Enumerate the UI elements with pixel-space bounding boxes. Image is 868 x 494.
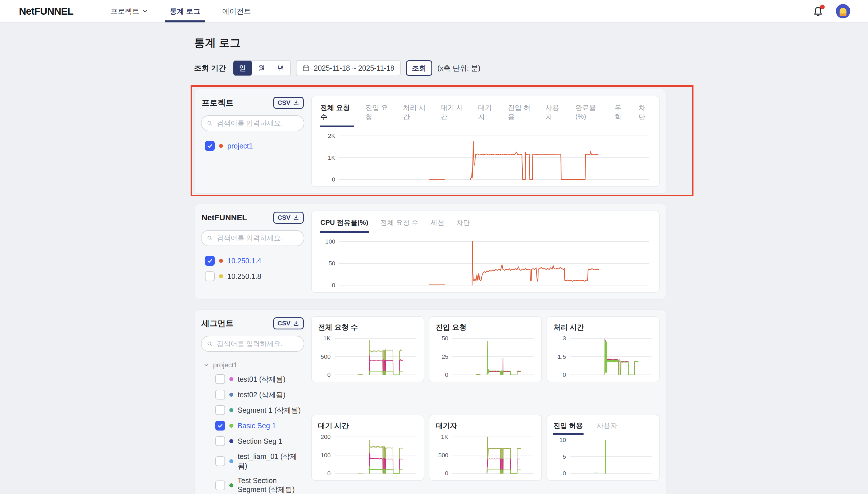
user-avatar[interactable]	[836, 4, 850, 18]
cpu-usage-chart: 050100	[320, 239, 651, 289]
item-label: Test Section Segment (삭제됨)	[238, 476, 304, 494]
netfunnel-panel-title: NetFUNNEL	[201, 213, 247, 222]
segment-list-item[interactable]: test_liam_01 (삭제됨)	[215, 449, 304, 474]
segment-list-item[interactable]: Basic Seg 1	[215, 418, 304, 433]
project-metric-tab[interactable]: 사용자	[545, 101, 564, 127]
period-option[interactable]: 일	[233, 61, 252, 76]
netfunnel-csv-button[interactable]: CSV	[273, 212, 304, 224]
card-title: 처리 시간	[553, 321, 653, 333]
checkbox[interactable]	[205, 141, 215, 151]
project-list-item[interactable]: project1	[205, 138, 304, 154]
project-metric-tab[interactable]: 전체 요청 수	[320, 101, 354, 127]
top-nav: NetFUNNEL 프로젝트통계 로그에이전트	[0, 0, 868, 23]
series-color-dot	[229, 377, 233, 381]
segment-panel-title: 세그먼트	[201, 318, 234, 329]
query-button[interactable]: 조회	[406, 60, 432, 76]
project-search-input[interactable]	[216, 119, 298, 128]
segment-charts-grid: 전체 요청 수05001K진입 요청02550처리 시간01.53대기 시간01…	[311, 316, 659, 494]
notification-bell-icon[interactable]	[812, 5, 824, 18]
netfunnel-list-item[interactable]: 10.250.1.8	[205, 268, 304, 284]
seg-entry-chart: 02550	[435, 336, 536, 378]
netfunnel-list-item[interactable]: 10.250.1.4	[205, 253, 304, 268]
segment-panel-left: 세그먼트 CSV project1	[201, 316, 304, 494]
series-color-dot	[229, 439, 233, 443]
segment-list-item[interactable]: test01 (삭제됨)	[215, 372, 304, 387]
netfunnel-metric-tab[interactable]: 차단	[456, 216, 471, 233]
series-color-dot	[229, 459, 233, 463]
download-icon	[293, 214, 299, 221]
search-icon	[207, 120, 213, 127]
checkbox[interactable]	[215, 456, 225, 466]
download-icon	[293, 100, 299, 106]
project-metric-tab[interactable]: 대기 시간	[440, 101, 467, 127]
nav-item-stats-log[interactable]: 통계 로그	[160, 0, 210, 22]
series-color-dot	[229, 424, 233, 428]
app-logo: NetFUNNEL	[19, 0, 73, 22]
nav-item-projects[interactable]: 프로젝트	[101, 0, 158, 22]
checkbox[interactable]	[205, 256, 215, 266]
project-requests-chart: 01K2K	[320, 134, 651, 183]
segment-search-input[interactable]	[216, 340, 298, 348]
segment-list-item[interactable]: test02 (삭제됨)	[215, 387, 304, 402]
item-label: test01 (삭제됨)	[238, 375, 285, 384]
date-range-value: 2025-11-18 ~ 2025-11-18	[314, 64, 394, 72]
x-axis-unit-note: (x축 단위: 분)	[437, 63, 480, 73]
checkbox[interactable]	[215, 421, 225, 431]
page-title: 통계 로그	[194, 36, 868, 50]
checkbox[interactable]	[215, 480, 225, 490]
netfunnel-panel-left: NetFUNNEL CSV 10.250.1.410.250.1.8	[201, 210, 304, 293]
nav-menu: 프로젝트통계 로그에이전트	[101, 0, 261, 22]
active-tab-underline	[165, 20, 205, 22]
netfunnel-metric-tab[interactable]: 세션	[430, 216, 445, 233]
period-option[interactable]: 월	[252, 61, 271, 76]
seg-total-chart: 05001K	[317, 336, 418, 378]
project-metric-tab[interactable]: 우회	[614, 101, 627, 127]
project-metric-tabs: 전체 요청 수진입 요청처리 시간대기 시간대기자진입 허용사용자완료율(%)우…	[320, 101, 651, 127]
checkbox[interactable]	[215, 374, 225, 384]
netfunnel-search-input[interactable]	[216, 234, 298, 242]
seg-allow-chart: 0510	[553, 438, 653, 477]
checkbox[interactable]	[215, 390, 225, 399]
project-metric-tab[interactable]: 진입 요청	[365, 101, 392, 127]
card-title: 진입 요청	[435, 321, 536, 333]
project-metric-tab[interactable]: 처리 시간	[402, 101, 429, 127]
date-range-input[interactable]: 2025-11-18 ~ 2025-11-18	[296, 60, 401, 76]
item-label: test_liam_01 (삭제됨)	[238, 452, 304, 471]
netfunnel-metric-tab[interactable]: CPU 점유율(%)	[320, 216, 369, 233]
tree-root-project1[interactable]: project1	[201, 359, 304, 372]
project-metric-tab[interactable]: 진입 허용	[508, 101, 534, 127]
segment-chart-card: 전체 요청 수05001K	[311, 316, 424, 382]
netfunnel-metric-tab[interactable]: 전체 요청 수	[380, 216, 419, 233]
segment-list-item[interactable]: Test Section Segment (삭제됨)	[215, 474, 304, 494]
filter-label: 조회 기간	[194, 63, 226, 73]
project-metric-tab[interactable]: 완료율(%)	[575, 101, 603, 127]
nav-item-agent[interactable]: 에이전트	[212, 0, 261, 22]
segment-card-tab[interactable]: 진입 허용	[553, 420, 584, 435]
chevron-down-icon	[142, 8, 148, 14]
segment-chart-card: 대기 시간0100200	[311, 415, 424, 481]
series-color-dot	[219, 144, 223, 148]
checkbox[interactable]	[215, 405, 225, 415]
item-label: Basic Seg 1	[238, 422, 276, 430]
download-icon	[293, 320, 299, 326]
item-label: project1	[227, 142, 253, 150]
series-color-dot	[219, 274, 223, 278]
period-option[interactable]: 년	[271, 61, 290, 76]
segment-chart-card: 진입 허용사용자0510	[547, 415, 659, 481]
checkbox[interactable]	[215, 436, 225, 446]
project-panel: 프로젝트 CSV project1 전체 요청 수진입 요청처리 시간대기 시간…	[194, 89, 667, 194]
checkbox[interactable]	[205, 271, 215, 281]
segment-search-box	[201, 336, 304, 352]
segment-card-tab[interactable]: 사용자	[596, 420, 618, 435]
nav-right	[812, 0, 868, 22]
project-csv-button[interactable]: CSV	[273, 97, 304, 109]
segment-csv-button[interactable]: CSV	[273, 317, 304, 329]
netfunnel-metric-tabs: CPU 점유율(%)전체 요청 수세션차단	[320, 216, 651, 233]
project-metric-tab[interactable]: 차단	[638, 101, 651, 127]
project-metric-tab[interactable]: 대기자	[477, 101, 496, 127]
segment-chart-card: 처리 시간01.53	[547, 316, 659, 382]
segment-list-item[interactable]: Segment 1 (삭제됨)	[215, 402, 304, 418]
project-search-box	[201, 115, 304, 131]
netfunnel-panel: NetFUNNEL CSV 10.250.1.410.250.1.8 CPU 점…	[194, 204, 667, 300]
segment-list-item[interactable]: Section Seg 1	[215, 433, 304, 449]
